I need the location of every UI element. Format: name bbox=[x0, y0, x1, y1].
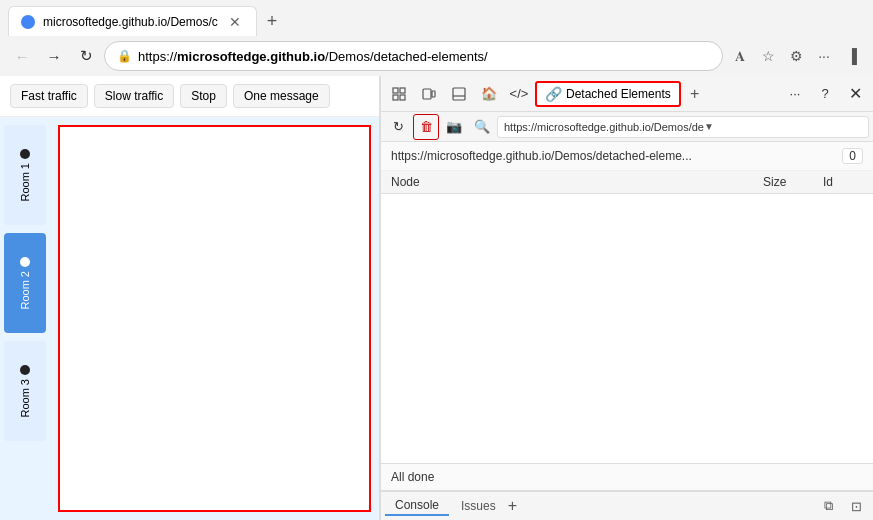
inspect-button[interactable] bbox=[385, 80, 413, 108]
tab-title: microsoftedge.github.io/Demos/c bbox=[43, 15, 218, 29]
sidebar-button[interactable]: ▐ bbox=[839, 43, 865, 69]
browser-right-icons: 𝐀 ☆ ⚙ ··· ▐ bbox=[727, 43, 865, 69]
detached-elements-label: Detached Elements bbox=[566, 87, 671, 101]
tab-favicon bbox=[21, 15, 35, 29]
url-dropdown-caret[interactable]: ▼ bbox=[704, 121, 714, 132]
room-1-label: Room 1 bbox=[19, 163, 31, 202]
add-console-tab-button[interactable]: + bbox=[508, 497, 517, 515]
detached-elements-icon: 🔗 bbox=[545, 86, 562, 102]
room-content-area bbox=[58, 125, 371, 512]
reload-button[interactable]: ↻ bbox=[385, 114, 411, 140]
browser-chrome: microsoftedge.github.io/Demos/c ✕ + ← → … bbox=[0, 0, 873, 520]
console-tab[interactable]: Console bbox=[385, 496, 449, 516]
elements-button[interactable]: 🏠 bbox=[475, 80, 503, 108]
devtools-close-button[interactable]: ✕ bbox=[841, 80, 869, 108]
console-settings-button[interactable]: ⧉ bbox=[815, 493, 841, 519]
devtools-more-button[interactable]: ··· bbox=[781, 80, 809, 108]
svg-rect-2 bbox=[393, 95, 398, 100]
back-button[interactable]: ← bbox=[8, 42, 36, 70]
id-column-header: Id bbox=[823, 175, 863, 189]
address-text: https://microsoftedge.github.io/Demos/de… bbox=[138, 49, 710, 64]
room-2-item[interactable]: Room 2 bbox=[4, 233, 46, 333]
help-button[interactable]: ? bbox=[811, 80, 839, 108]
active-tab[interactable]: microsoftedge.github.io/Demos/c ✕ bbox=[8, 6, 257, 36]
detached-elements-tab[interactable]: 🔗 Detached Elements bbox=[535, 81, 681, 107]
webpage-panel: Fast traffic Slow traffic Stop One messa… bbox=[0, 76, 380, 520]
svg-rect-3 bbox=[400, 95, 405, 100]
main-area: Fast traffic Slow traffic Stop One messa… bbox=[0, 76, 873, 520]
read-aloud-button[interactable]: 𝐀 bbox=[727, 43, 753, 69]
devtools-panel: 🏠 </> 🔗 Detached Elements + ··· ? ✕ ↻ 🗑 … bbox=[380, 76, 873, 520]
size-column-header: Size bbox=[763, 175, 823, 189]
svg-rect-0 bbox=[393, 88, 398, 93]
url-row: https://microsoftedge.github.io/Demos/de… bbox=[381, 142, 873, 171]
url-display-text: https://microsoftedge.github.io/Demos/de… bbox=[391, 149, 842, 163]
devtools-toolbar: 🏠 </> 🔗 Detached Elements + ··· ? ✕ bbox=[381, 76, 873, 112]
console-dock-button[interactable]: ⊡ bbox=[843, 493, 869, 519]
one-message-button[interactable]: One message bbox=[233, 84, 330, 108]
console-bar: Console Issues + ⧉ ⊡ bbox=[381, 490, 873, 520]
webpage-toolbar: Fast traffic Slow traffic Stop One messa… bbox=[0, 76, 379, 117]
refresh-button[interactable]: ↻ bbox=[72, 42, 100, 70]
forward-button[interactable]: → bbox=[40, 42, 68, 70]
svg-rect-1 bbox=[400, 88, 405, 93]
room-3-dot bbox=[20, 365, 30, 375]
camera-button[interactable]: 📷 bbox=[441, 114, 467, 140]
devtools-url-text: https://microsoftedge.github.io/Demos/de bbox=[504, 121, 704, 133]
svg-rect-4 bbox=[423, 89, 431, 99]
room-2-label: Room 2 bbox=[19, 271, 31, 310]
tab-close-button[interactable]: ✕ bbox=[226, 13, 244, 31]
issues-tab[interactable]: Issues bbox=[451, 497, 506, 515]
stop-button[interactable]: Stop bbox=[180, 84, 227, 108]
url-badge: 0 bbox=[842, 148, 863, 164]
new-tab-button[interactable]: + bbox=[261, 11, 284, 32]
source-button[interactable]: </> bbox=[505, 80, 533, 108]
more-button[interactable]: ··· bbox=[811, 43, 837, 69]
tab-bar: microsoftedge.github.io/Demos/c ✕ + bbox=[0, 0, 873, 36]
favorites-button[interactable]: ☆ bbox=[755, 43, 781, 69]
search-button[interactable]: 🔍 bbox=[469, 114, 495, 140]
address-bar: ← → ↻ 🔒 https://microsoftedge.github.io/… bbox=[0, 36, 873, 76]
footer-text: All done bbox=[391, 470, 434, 484]
room-1-item[interactable]: Room 1 bbox=[4, 125, 46, 225]
room-3-label: Room 3 bbox=[19, 379, 31, 418]
console-drawer-button[interactable] bbox=[445, 80, 473, 108]
svg-rect-6 bbox=[453, 88, 465, 100]
add-tab-button[interactable]: + bbox=[683, 82, 707, 106]
devtools-url-bar[interactable]: https://microsoftedge.github.io/Demos/de… bbox=[497, 116, 869, 138]
devtools-subbar: ↻ 🗑 📷 🔍 https://microsoftedge.github.io/… bbox=[381, 112, 873, 142]
lock-icon: 🔒 bbox=[117, 49, 132, 63]
settings-button[interactable]: ⚙ bbox=[783, 43, 809, 69]
table-header: Node Size Id bbox=[381, 171, 873, 194]
room-3-item[interactable]: Room 3 bbox=[4, 341, 46, 441]
device-toolbar-button[interactable] bbox=[415, 80, 443, 108]
room-1-dot bbox=[20, 149, 30, 159]
room-2-dot bbox=[20, 257, 30, 267]
slow-traffic-button[interactable]: Slow traffic bbox=[94, 84, 174, 108]
room-sidebar: Room 1 Room 2 Room 3 bbox=[0, 117, 50, 520]
address-input[interactable]: 🔒 https://microsoftedge.github.io/Demos/… bbox=[104, 41, 723, 71]
svg-rect-5 bbox=[432, 91, 435, 97]
node-column-header: Node bbox=[391, 175, 763, 189]
devtools-content: https://microsoftedge.github.io/Demos/de… bbox=[381, 142, 873, 463]
webpage-content: Room 1 Room 2 Room 3 bbox=[0, 117, 379, 520]
fast-traffic-button[interactable]: Fast traffic bbox=[10, 84, 88, 108]
devtools-footer: All done bbox=[381, 463, 873, 490]
clear-button[interactable]: 🗑 bbox=[413, 114, 439, 140]
